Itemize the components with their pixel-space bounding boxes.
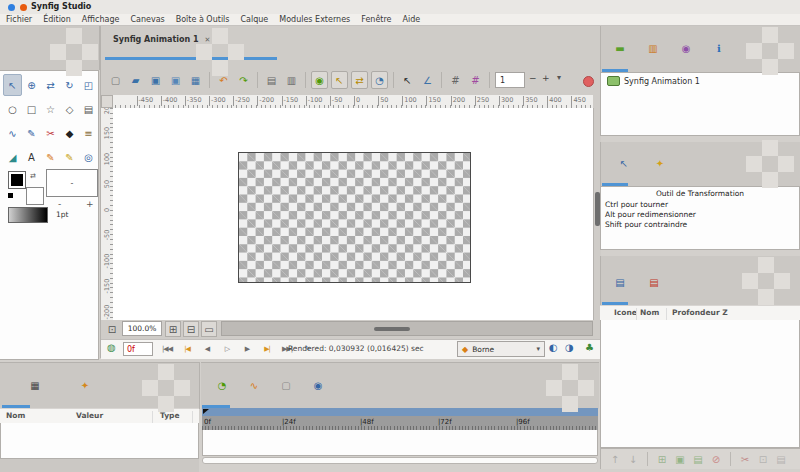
menu-item-0[interactable]: Fichier [6, 15, 32, 24]
menu-item-5[interactable]: Calque [241, 15, 269, 24]
show-grid-toggle-icon[interactable]: ◉ [311, 71, 328, 89]
meta-data-tab[interactable]: ◉ [677, 40, 695, 56]
transform-tool[interactable]: ↖ [3, 74, 22, 96]
current-time-field[interactable]: 0f [123, 342, 153, 356]
timetrack-scrollbar[interactable] [202, 457, 598, 464]
menu-item-4[interactable]: Boîte à Outils [176, 15, 230, 24]
width-tool[interactable]: ≡ [79, 122, 98, 144]
sketch-tool[interactable]: ✎ [60, 146, 79, 168]
canvas-list-item[interactable]: Synfig Animation 1 [607, 76, 700, 86]
new-document-icon[interactable]: ▢ [107, 71, 124, 89]
timetrack-panel[interactable] [202, 430, 598, 456]
canvas-tab[interactable]: Synfig Animation 1 ✕ [113, 35, 210, 44]
menu-item-6[interactable]: Modules Externes [279, 15, 350, 24]
grid-toggle-icon[interactable]: # [447, 71, 464, 89]
fill-color-swatch[interactable] [8, 171, 26, 189]
rectangle-tool[interactable]: □ [22, 98, 41, 120]
gradient-tool[interactable]: ▤ [79, 98, 98, 120]
canvas-work-area[interactable] [238, 152, 471, 283]
save-all-icon[interactable]: ▦ [187, 71, 204, 89]
seek-next-keyframe-icon[interactable]: ▶| [259, 342, 275, 356]
outline-color-swatch[interactable] [26, 187, 44, 205]
curves-tab[interactable]: ∿ [245, 377, 263, 393]
cut-icon[interactable]: ✂ [737, 451, 753, 467]
next-frame-icon[interactable]: ▶ [239, 342, 255, 356]
circle-tool[interactable]: ○ [3, 98, 22, 120]
preview-options-icon[interactable]: ▥ [283, 71, 300, 89]
scale-tool[interactable]: ◰ [79, 74, 98, 96]
new-layer-icon[interactable]: ⊞ [654, 451, 670, 467]
brush-tool[interactable]: ◆ [60, 122, 79, 144]
spline-tool[interactable]: ∿ [3, 122, 22, 144]
ungroup-layer-icon[interactable]: ▤ [690, 451, 706, 467]
eyedrop-tool[interactable]: ◢ [3, 146, 22, 168]
render-options-icon[interactable]: ▤ [263, 71, 280, 89]
seek-prev-keyframe-icon[interactable]: |◀ [179, 342, 195, 356]
bounds-dropdown[interactable]: ◆ Borne ▾ [457, 341, 545, 357]
timetrack-tab[interactable]: ◔ [213, 377, 231, 393]
zoom-out-button[interactable]: ⊟ [183, 321, 199, 337]
tool-options-tab[interactable]: ↖ [615, 155, 633, 171]
info-tab[interactable]: ℹ [710, 40, 728, 56]
angle-ruler-icon[interactable]: ∠ [419, 71, 436, 89]
onion-skin-toggle-icon[interactable]: ◔ [371, 71, 388, 89]
layers-col-Nom[interactable]: Nom [640, 308, 659, 317]
params-panel[interactable] [0, 423, 199, 459]
quality-dropdown-caret[interactable]: ▾ [557, 73, 561, 82]
menu-item-3[interactable]: Canevas [130, 15, 164, 24]
snap-toggle-icon[interactable]: # [467, 71, 484, 89]
render-tree-icon[interactable]: ♣ [585, 342, 594, 353]
undo-icon[interactable]: ↶ [215, 71, 232, 89]
params-col-Type[interactable]: Type [160, 411, 180, 420]
menu-item-2[interactable]: Affichage [82, 15, 120, 24]
time-cursor-icon[interactable] [203, 409, 209, 414]
cutout-tool[interactable]: ✂ [41, 122, 60, 144]
quality-minus-button[interactable]: − [529, 73, 537, 83]
menu-item-1[interactable]: Édition [43, 15, 71, 24]
width-decrease-button[interactable]: - [58, 199, 61, 209]
text-tool[interactable]: A [22, 146, 41, 168]
library-tab[interactable]: ✦ [76, 377, 94, 393]
snap-to-grid-toggle-icon[interactable]: ↖ [331, 71, 348, 89]
polygon-tool[interactable]: ◇ [60, 98, 79, 120]
canvas-viewport[interactable] [113, 108, 593, 320]
gradient-swatch[interactable] [8, 207, 48, 223]
show-guides-toggle-icon[interactable]: ↖ [399, 71, 416, 89]
time-ruler[interactable]: 0f|24f|48f|72f|96f [202, 416, 598, 430]
keyframes-tab[interactable]: ◉ [309, 377, 327, 393]
mirror-tool[interactable]: ⇄ [41, 74, 60, 96]
layers-col-Profondeur Z[interactable]: Profondeur Z [672, 308, 728, 317]
record-indicator-icon[interactable] [583, 76, 594, 87]
canvas-horizontal-scrollbar[interactable] [221, 321, 593, 336]
copy-icon[interactable]: ⊡ [755, 451, 771, 467]
future-onion-skin-icon[interactable]: ◑ [565, 342, 574, 353]
params-col-Nom[interactable]: Nom [6, 411, 25, 420]
lower-layer-icon[interactable]: ↓ [625, 451, 641, 467]
palette-editor-tab[interactable]: ✦ [651, 155, 669, 171]
open-document-icon[interactable]: ▰ [127, 71, 144, 89]
fill-tool[interactable]: ✎ [41, 146, 60, 168]
play-icon[interactable]: ▷ [219, 342, 235, 356]
fit-canvas-button[interactable]: ⊡ [104, 321, 120, 337]
low-res-toggle-icon[interactable]: ⇄ [351, 71, 368, 89]
layers-tab[interactable]: ▤ [611, 274, 629, 290]
canvas-browser-tab[interactable]: ▬ [611, 40, 629, 56]
quality-spinner[interactable]: 1 [495, 72, 525, 88]
zoom-tool[interactable]: ◎ [79, 146, 98, 168]
delete-layer-icon[interactable]: ⊘ [708, 451, 724, 467]
save-as-icon[interactable]: ▣ [167, 71, 184, 89]
zoom-level-display[interactable]: 100.0% [122, 321, 162, 336]
group-layer-icon[interactable]: ▣ [672, 451, 688, 467]
layers-col-Icone[interactable]: Icone [614, 308, 637, 317]
seek-begin-icon[interactable]: |◀◀ [159, 342, 175, 356]
raise-layer-icon[interactable]: ↑ [607, 451, 623, 467]
sets-tab[interactable]: ▤ [645, 274, 663, 290]
zoom-norm-button[interactable]: ▭ [201, 321, 217, 337]
smooth-move-tool[interactable]: ⊕ [22, 74, 41, 96]
redo-icon[interactable]: ↷ [235, 71, 252, 89]
swap-colors-icon[interactable]: ⇄ [30, 172, 36, 180]
canvas-tab-close-icon[interactable]: ✕ [205, 36, 211, 44]
save-document-icon[interactable]: ▣ [147, 71, 164, 89]
prev-frame-icon[interactable]: ◀ [199, 342, 215, 356]
parameters-tab[interactable]: ▦ [26, 377, 44, 393]
